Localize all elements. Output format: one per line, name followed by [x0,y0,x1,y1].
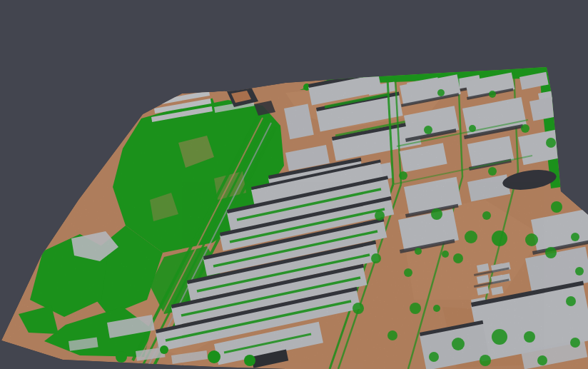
application-window: ▨∴▲∴▲▮■●☰◎□▧▩●×≡ [0,0,588,369]
viewport-3d[interactable] [0,21,588,369]
point-cloud-scene[interactable] [0,0,588,369]
